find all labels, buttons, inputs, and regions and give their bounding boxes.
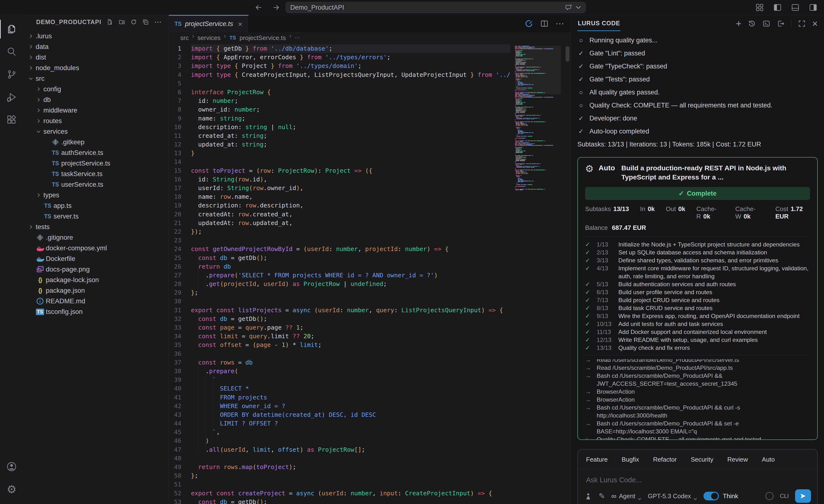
more-actions-icon[interactable]: ⋯ — [555, 19, 564, 28]
close-panel-icon[interactable]: × — [812, 19, 818, 28]
code-line[interactable]: 35 const offset = (page - 1) * limit; — [169, 341, 511, 349]
code-line[interactable]: 12 updated_at: string; — [169, 140, 511, 149]
collapse-all-icon[interactable] — [142, 18, 149, 26]
chat-input[interactable] — [586, 476, 809, 484]
layout-grid-icon[interactable] — [754, 3, 765, 12]
tree-item[interactable]: routes — [23, 116, 169, 126]
toggle-sidebar-right-icon[interactable] — [808, 3, 818, 12]
tree-item[interactable]: TSauthService.ts — [23, 147, 169, 158]
code-line[interactable]: 6interface ProjectRow { — [169, 88, 511, 97]
nav-forward-icon[interactable] — [272, 3, 280, 12]
code-line[interactable]: 36 — [169, 350, 511, 358]
tree-item[interactable]: Dockerfile — [23, 253, 169, 264]
nav-back-icon[interactable] — [254, 3, 263, 12]
mode-chip-bugfix[interactable]: Bugfix — [622, 456, 639, 463]
code-line[interactable]: 23 — [169, 236, 511, 245]
code-line[interactable]: 39 ` — [169, 376, 511, 384]
code-line[interactable]: 47 .all(userId, limit, offset) as Projec… — [169, 446, 511, 454]
tree-item[interactable]: {}package.json — [23, 285, 169, 296]
tab-lurus-code[interactable]: LURUS CODE — [578, 16, 621, 31]
code-line[interactable]: 27 .prepare('SELECT * FROM projects WHER… — [169, 271, 511, 280]
activity-source-control[interactable] — [0, 63, 23, 86]
tree-item[interactable]: .lurus — [23, 31, 169, 41]
code-line[interactable]: 13} — [169, 149, 511, 157]
agent-selector[interactable]: ∞ Agent — [611, 492, 641, 500]
code-line[interactable]: 3import type { Project } from '../types/… — [169, 62, 511, 70]
code-line[interactable]: 1import { getDb } from '../db/database'; — [169, 44, 511, 53]
code-line[interactable]: 10 description: string | null; — [169, 123, 511, 132]
code-line[interactable]: 11 created_at: string; — [169, 132, 511, 140]
code-line[interactable]: 5 — [169, 79, 511, 88]
mode-chip-auto[interactable]: Auto — [762, 456, 775, 463]
code-line[interactable]: 21 updatedAt: row.updated_at, — [169, 219, 511, 227]
tree-item[interactable]: docs-page.png — [23, 264, 169, 275]
tree-item[interactable]: src — [23, 73, 169, 84]
code-line[interactable]: 33 const page = query.page ?? 1; — [169, 323, 511, 332]
pencil-icon[interactable]: ✎ — [599, 492, 605, 501]
code-line[interactable]: 24const getOwnedProjectRowById = (userId… — [169, 245, 511, 253]
tree-item[interactable]: TStaskService.ts — [23, 169, 169, 179]
tree-item[interactable]: middleware — [23, 105, 169, 116]
code-line[interactable]: 42 WHERE owner_id = ? — [169, 402, 511, 410]
code-line[interactable]: 20 createdAt: row.created_at, — [169, 210, 511, 219]
code-line[interactable]: 52export const createProject = async (us… — [169, 489, 511, 498]
terminal-icon[interactable] — [762, 19, 770, 28]
tree-item[interactable]: .gitignore — [23, 232, 169, 243]
more-icon[interactable]: ⋯ — [154, 18, 162, 26]
tree-item[interactable]: types — [23, 190, 169, 201]
new-chat-icon[interactable]: + — [736, 19, 741, 28]
refresh-icon[interactable] — [130, 18, 137, 26]
minimap[interactable] — [515, 46, 561, 195]
breadcrumb[interactable]: src › services › TS projectService.ts › … — [169, 32, 571, 43]
code-line[interactable]: 19 description: row.description, — [169, 201, 511, 210]
toggle-sidebar-left-icon[interactable] — [772, 3, 783, 12]
tree-item[interactable]: TSprojectService.ts — [23, 158, 169, 169]
cli-toggle-icon[interactable] — [765, 492, 774, 500]
activity-run-debug[interactable] — [0, 86, 23, 108]
scrollbar-thumb[interactable] — [565, 46, 570, 62]
code-line[interactable]: 9 name: string; — [169, 114, 511, 123]
code-line[interactable]: 51 — [169, 480, 511, 489]
code-line[interactable]: 31export const listProjects = async (use… — [169, 306, 511, 314]
activity-settings[interactable]: ⚙ — [0, 478, 23, 501]
tree-item[interactable]: {}package-lock.json — [23, 275, 169, 285]
tree-item[interactable]: README.md — [23, 296, 169, 306]
code-line[interactable]: 7 id: number; — [169, 97, 511, 105]
code-line[interactable]: 26 return db — [169, 262, 511, 271]
code-line[interactable]: 17 userId: String(row.owner_id), — [169, 184, 511, 193]
code-area[interactable]: 1import { getDb } from '../db/database';… — [169, 43, 571, 504]
code-line[interactable]: 18 name: row.name, — [169, 193, 511, 201]
code-line[interactable]: 25 const db = getDb(); — [169, 254, 511, 262]
code-line[interactable]: 15const toProject = (row: ProjectRow): P… — [169, 166, 511, 175]
toggle-panel-icon[interactable] — [790, 3, 800, 12]
expand-icon[interactable] — [798, 19, 806, 28]
activity-explorer[interactable] — [0, 18, 23, 40]
code-line[interactable]: 2import { AppError, errorCodes } from '.… — [169, 53, 511, 62]
assistant-icon[interactable] — [584, 492, 592, 500]
code-line[interactable]: 28 .get(projectId, userId) as ProjectRow… — [169, 280, 511, 288]
mode-chip-security[interactable]: Security — [691, 456, 713, 463]
activity-search[interactable] — [0, 40, 23, 63]
code-line[interactable]: 48 — [169, 454, 511, 463]
send-button[interactable] — [795, 489, 811, 503]
tree-item[interactable]: dist — [23, 52, 169, 62]
code-line[interactable]: 43 ORDER BY datetime(created_at) DESC, i… — [169, 410, 511, 419]
tree-item[interactable]: node_modules — [23, 62, 169, 73]
chevron-down-icon[interactable] — [576, 4, 581, 11]
chat-icon[interactable] — [565, 4, 573, 11]
code-line[interactable]: 4import type { CreateProjectInput, ListP… — [169, 71, 511, 79]
tree-item[interactable]: TSuserService.ts — [23, 179, 169, 190]
code-line[interactable]: 38 .prepare( — [169, 367, 511, 376]
code-line[interactable]: 49 return rows.map(toProject); — [169, 463, 511, 472]
tree-item[interactable]: docker-compose.yml — [23, 243, 169, 253]
tab-projectService[interactable]: TS projectService.ts × — [169, 15, 248, 32]
activity-account[interactable] — [0, 455, 23, 478]
new-folder-icon[interactable] — [119, 18, 125, 26]
code-line[interactable]: 40 SELECT * — [169, 384, 511, 393]
model-selector[interactable]: GPT-5.3 Codex — [648, 492, 697, 500]
code-line[interactable]: 32 const db = getDb(); — [169, 314, 511, 323]
mode-chip-review[interactable]: Review — [727, 456, 748, 463]
tree-item[interactable]: tests — [23, 222, 169, 232]
code-line[interactable]: 14 — [169, 157, 511, 166]
activity-extensions[interactable] — [0, 108, 23, 131]
